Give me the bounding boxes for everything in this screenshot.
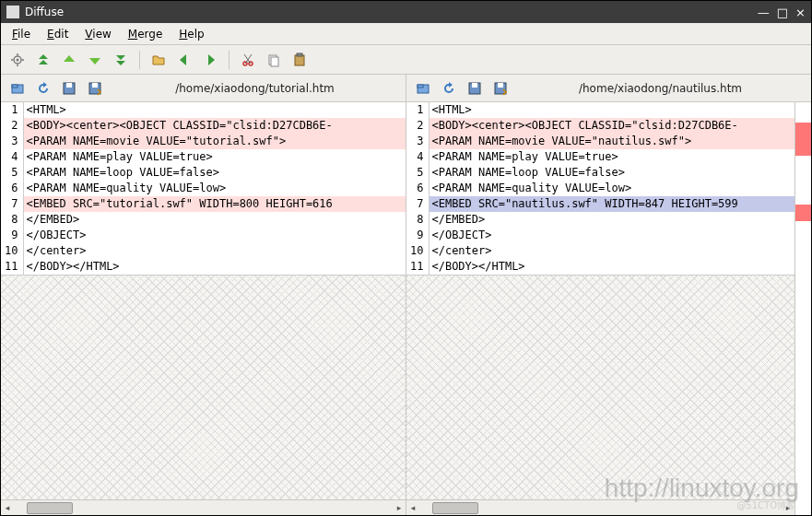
line-number: 7: [410, 196, 423, 212]
code-line[interactable]: <HTML>: [430, 102, 794, 118]
svg-rect-23: [472, 83, 477, 88]
code-line[interactable]: <BODY><center><OBJECT CLASSID="clsid:D27…: [24, 118, 406, 134]
arrow-up-icon[interactable]: [58, 49, 80, 71]
code-line[interactable]: </BODY></HTML>: [430, 259, 794, 275]
line-number: 4: [410, 149, 423, 165]
line-number: 9: [5, 228, 18, 243]
menu-view[interactable]: View: [77, 26, 118, 42]
h-scrollbar-left[interactable]: ◂▸: [1, 499, 406, 515]
code-line[interactable]: </OBJECT>: [24, 228, 406, 243]
arrow-left-icon[interactable]: [173, 49, 195, 71]
svg-rect-19: [92, 83, 98, 88]
code-line[interactable]: <BODY><center><OBJECT CLASSID="clsid:D27…: [430, 118, 794, 134]
right-pane: /home/xiaodong/nautilus.htm 123456789101…: [406, 75, 811, 515]
line-number: 8: [5, 212, 18, 228]
refresh-icon[interactable]: [438, 77, 460, 100]
save-icon[interactable]: [464, 77, 486, 100]
line-number: 3: [5, 134, 18, 149]
code-line[interactable]: </OBJECT>: [430, 228, 794, 243]
code-line[interactable]: </BODY></HTML>: [24, 259, 406, 275]
svg-rect-12: [295, 55, 304, 65]
code-line[interactable]: <PARAM NAME=loop VALUE=false>: [430, 165, 794, 181]
code-area-right[interactable]: 1234567891011<HTML><BODY><center><OBJECT…: [406, 102, 794, 275]
arrow-right-icon[interactable]: [199, 49, 221, 71]
line-number: 3: [410, 134, 423, 149]
paste-icon[interactable]: [288, 49, 311, 71]
code-line[interactable]: <PARAM NAME=quality VALUE=low>: [24, 181, 406, 196]
menu-edit[interactable]: Edit: [40, 26, 76, 42]
arrow-down-double-icon[interactable]: [110, 49, 132, 71]
file-path-right: /home/xiaodong/nautilus.htm: [515, 82, 806, 95]
line-number: 1: [410, 102, 423, 118]
diff-strip-segment[interactable]: [795, 221, 811, 498]
copy-icon[interactable]: [263, 49, 285, 71]
code-line[interactable]: <PARAM NAME=play VALUE=true>: [24, 149, 406, 165]
diff-strip-segment[interactable]: [795, 102, 811, 123]
open-file-icon[interactable]: [6, 77, 29, 100]
code-line[interactable]: </EMBED>: [430, 212, 794, 228]
empty-fill: [406, 275, 794, 499]
line-number: 4: [5, 149, 18, 165]
save-as-icon[interactable]: [84, 77, 106, 100]
h-scrollbar-right[interactable]: ◂▸: [406, 499, 794, 515]
save-as-icon[interactable]: [489, 77, 512, 100]
line-number: 6: [5, 181, 18, 196]
svg-rect-25: [498, 83, 503, 88]
arrow-up-double-icon[interactable]: [32, 49, 54, 71]
menubar: File Edit View Merge Help: [1, 23, 811, 45]
code-line[interactable]: <PARAM NAME=movie VALUE="tutorial.swf">: [24, 134, 406, 149]
empty-fill: [1, 275, 406, 499]
line-number: 10: [5, 243, 18, 259]
svg-rect-21: [418, 85, 423, 88]
toolbar: [1, 45, 811, 75]
line-number: 9: [410, 228, 423, 243]
svg-rect-11: [271, 57, 278, 66]
svg-rect-13: [297, 53, 302, 56]
svg-rect-17: [66, 83, 72, 88]
line-number: 11: [410, 259, 423, 275]
code-line[interactable]: </EMBED>: [24, 212, 406, 228]
svg-rect-15: [12, 85, 18, 88]
line-number: 10: [410, 243, 423, 259]
minimize-button[interactable]: —: [758, 6, 770, 19]
line-number: 6: [410, 181, 423, 196]
diff-overview-strip[interactable]: [794, 102, 811, 515]
line-number: 1: [5, 102, 18, 118]
refresh-icon[interactable]: [32, 77, 54, 100]
settings-icon[interactable]: [6, 49, 29, 71]
window-title: Diffuse: [25, 6, 758, 18]
line-number: 5: [410, 165, 423, 181]
titlebar: Diffuse — □ ×: [1, 1, 811, 23]
code-area-left[interactable]: 1234567891011<HTML><BODY><center><OBJECT…: [1, 102, 406, 275]
line-number: 7: [5, 196, 18, 212]
close-button[interactable]: ×: [795, 6, 806, 19]
code-line[interactable]: <PARAM NAME=quality VALUE=low>: [430, 181, 794, 196]
left-pane: /home/xiaodong/tutorial.htm 123456789101…: [1, 75, 406, 515]
code-line[interactable]: </center>: [24, 243, 406, 259]
code-line[interactable]: <EMBED SRC="tutorial.swf" WIDTH=800 HEIG…: [24, 196, 406, 212]
code-line[interactable]: <PARAM NAME=loop VALUE=false>: [24, 165, 406, 181]
menu-file[interactable]: File: [5, 26, 38, 42]
menu-merge[interactable]: Merge: [121, 26, 170, 42]
code-line[interactable]: <PARAM NAME=movie VALUE="nautilus.swf">: [430, 134, 794, 149]
app-icon: [6, 6, 19, 18]
file-path-left: /home/xiaodong/tutorial.htm: [110, 82, 400, 95]
code-line[interactable]: </center>: [430, 243, 794, 259]
menu-help[interactable]: Help: [171, 26, 211, 42]
diff-strip-segment[interactable]: [795, 205, 811, 221]
maximize-button[interactable]: □: [777, 6, 788, 19]
cut-icon[interactable]: [237, 49, 259, 71]
line-number: 8: [410, 212, 423, 228]
save-icon[interactable]: [58, 77, 80, 100]
folder-open-icon[interactable]: [147, 49, 170, 71]
svg-point-1: [17, 58, 19, 61]
diff-strip-segment[interactable]: [795, 156, 811, 205]
code-line[interactable]: <EMBED SRC="nautilus.swf" WIDTH=847 HEIG…: [430, 196, 794, 212]
line-number: 2: [5, 118, 18, 134]
arrow-down-icon[interactable]: [84, 49, 106, 71]
open-file-icon[interactable]: [412, 77, 434, 100]
code-line[interactable]: <PARAM NAME=play VALUE=true>: [430, 149, 794, 165]
code-line[interactable]: <HTML>: [24, 102, 406, 118]
diff-strip-segment[interactable]: [795, 123, 811, 156]
line-number: 2: [410, 118, 423, 134]
